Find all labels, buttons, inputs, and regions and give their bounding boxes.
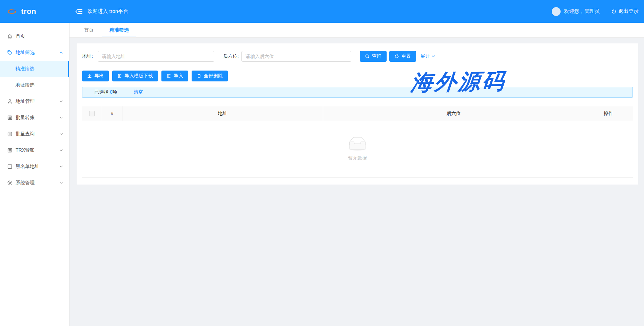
tab-home[interactable]: 首页 [79,23,99,37]
tab-label: 精准筛选 [110,27,129,33]
sidebar-item-label: 首页 [16,33,25,39]
import-button-label: 导入 [174,73,183,79]
search-icon [365,54,370,59]
chevron-down-icon [59,149,63,152]
home-icon [7,34,13,39]
tab-label: 首页 [84,27,94,33]
address-input[interactable] [98,51,214,62]
tab-precise-filter[interactable]: 精准筛选 [102,23,136,37]
sidebar-collapse-icon[interactable] [75,8,83,15]
brand-logo: tron [0,7,70,16]
sidebar: 首页 地址筛选 精准筛选 地址筛选 地址管理 批量转账 [0,23,70,326]
user-greeting: 欢迎您，管理员 [564,8,600,15]
chevron-down-icon [431,54,435,58]
gear-icon [7,180,13,186]
sidebar-item-label: 批量查询 [16,131,35,137]
delete-all-button[interactable]: 全部删除 [192,71,228,81]
select-all-checkbox[interactable] [89,111,95,116]
selected-count: 0 [110,89,113,95]
sidebar-item-label: 系统管理 [16,180,35,186]
import-icon [117,74,122,78]
import-template-button-label: 导入模版下载 [124,73,153,79]
list-icon [7,115,13,120]
action-buttons: 导出 导入模版下载 导入 全部删除 [82,71,633,81]
list-icon [7,131,13,137]
clear-selection-link[interactable]: 清空 [134,89,143,95]
import-button[interactable]: 导入 [161,71,188,81]
brand-logo-icon [7,8,17,14]
sidebar-item-trx-transfer[interactable]: TRX转账 [0,142,69,158]
address-label: 地址: [82,53,93,59]
import-icon [167,74,171,78]
sidebar-item-label: TRX转账 [16,147,35,153]
table-header-suffix: 后六位 [323,106,584,121]
chevron-up-icon [59,51,63,55]
list-icon [7,148,13,153]
welcome-text: 欢迎进入 tron平台 [87,8,128,15]
expand-link[interactable]: 展开 [421,53,435,59]
chevron-down-icon [59,132,63,136]
sidebar-subitem-precise-filter[interactable]: 精准筛选 [0,61,69,77]
reset-button-label: 重置 [402,53,411,59]
export-button-label: 导出 [94,73,104,79]
delete-all-button-label: 全部删除 [204,73,223,79]
sidebar-item-label: 地址管理 [16,98,35,104]
sidebar-item-blacklist[interactable]: 黑名单地址 [0,158,69,175]
export-button[interactable]: 导出 [82,71,109,81]
top-header: tron 欢迎进入 tron平台 欢迎您，管理员 退出登录 [0,0,644,23]
tag-icon [7,50,13,55]
search-button-label: 查询 [372,53,382,59]
table-header-row: # 地址 后六位 操作 [82,106,633,121]
chevron-down-icon [59,116,63,120]
sidebar-item-label: 黑名单地址 [16,164,39,170]
chevron-down-icon [59,100,63,103]
filter-form: 地址: 后六位: 查询 重置 展开 [82,51,633,62]
import-template-button[interactable]: 导入模版下载 [112,71,158,81]
sidebar-item-label: 地址筛选 [15,82,34,88]
logout-button[interactable]: 退出登录 [611,8,639,15]
sidebar-subitem-address-filter[interactable]: 地址筛选 [0,77,69,93]
sidebar-item-system-manage[interactable]: 系统管理 [0,175,69,191]
content-card: 地址: 后六位: 查询 重置 展开 导出 [77,43,638,185]
selected-text: 已选择 0项 [94,89,117,95]
data-table: # 地址 后六位 操作 暂无数据 [82,106,633,178]
suffix-input[interactable] [241,51,351,62]
suffix-label: 后六位: [223,53,239,59]
logout-label: 退出登录 [618,8,639,15]
sidebar-item-home[interactable]: 首页 [0,28,69,44]
empty-text: 暂无数据 [348,155,367,161]
sidebar-item-label: 批量转账 [16,115,35,121]
tab-bar: 首页 精准筛选 [70,23,644,38]
chevron-down-icon [59,181,63,185]
user-icon [7,99,13,104]
avatar[interactable] [552,7,561,16]
search-button[interactable]: 查询 [360,51,387,62]
table-header-index: # [102,106,122,121]
refresh-icon [394,54,399,59]
reset-button[interactable]: 重置 [389,51,416,62]
main-content: 首页 精准筛选 地址: 后六位: 查询 重置 展开 [70,23,644,326]
sidebar-item-label: 地址筛选 [16,50,35,56]
table-header-address: 地址 [122,106,323,121]
sidebar-item-batch-transfer[interactable]: 批量转账 [0,110,69,126]
expand-label: 展开 [421,53,430,59]
logout-icon [611,9,617,14]
table-header-actions: 操作 [584,106,632,121]
empty-inbox-icon [347,137,368,152]
chevron-down-icon [59,165,63,169]
sidebar-item-label: 精准筛选 [15,66,34,72]
trash-icon [197,74,201,78]
selection-alert: 已选择 0项 清空 [82,87,633,98]
sidebar-item-address-manage[interactable]: 地址管理 [0,93,69,110]
sidebar-item-batch-query[interactable]: 批量查询 [0,126,69,142]
brand-name: tron [21,7,36,16]
table-empty-state: 暂无数据 [82,121,633,178]
sidebar-item-address-filter[interactable]: 地址筛选 [0,44,69,61]
square-icon [7,164,13,169]
download-icon [87,74,92,78]
